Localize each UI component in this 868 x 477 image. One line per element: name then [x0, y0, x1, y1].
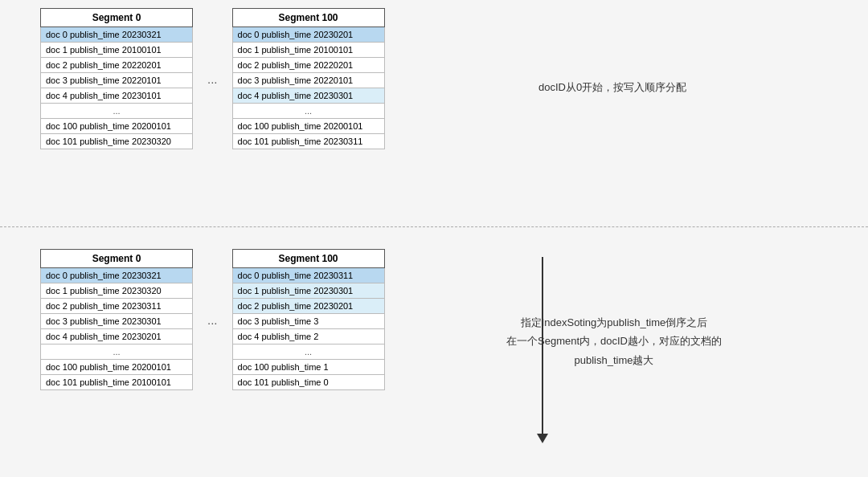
top-segment100-table: Segment 100 doc 0 publish_time 20230201d…: [232, 8, 385, 149]
table-row: doc 0 publish_time 20230201: [232, 27, 384, 43]
top-segment0-table-container: Segment 0 doc 0 publish_time 20230321doc…: [40, 8, 193, 149]
bottom-segment100-table-container: Segment 100 doc 0 publish_time 20230311d…: [232, 249, 385, 390]
bottom-segment0-table-container: Segment 0 doc 0 publish_time 20230321doc…: [40, 249, 193, 390]
table-row: doc 1 publish_time 20230320: [41, 283, 193, 299]
table-row: doc 0 publish_time 20230321: [41, 268, 193, 283]
table-row: ...: [232, 104, 384, 119]
table-row: doc 0 publish_time 20230321: [41, 27, 193, 43]
table-row: doc 4 publish_time 20230301: [232, 88, 384, 104]
arrow-line: [542, 257, 543, 434]
top-section: Segment 0 doc 0 publish_time 20230321doc…: [40, 8, 828, 221]
table-row: doc 4 publish_time 20230201: [41, 329, 193, 344]
bottom-segment100-table: Segment 100 doc 0 publish_time 20230311d…: [232, 249, 385, 390]
table-row: ...: [41, 344, 193, 360]
table-row: doc 3 publish_time 20220101: [232, 73, 384, 88]
main-container: Segment 0 doc 0 publish_time 20230321doc…: [0, 0, 868, 477]
table-row: ...: [232, 344, 384, 360]
bottom-ellipsis: ...: [193, 313, 232, 327]
table-row: doc 1 publish_time 20100101: [41, 43, 193, 58]
table-row: doc 2 publish_time 20220201: [232, 58, 384, 73]
top-seg100-header: Segment 100: [232, 9, 384, 27]
table-row: doc 4 publish_time 20230101: [41, 88, 193, 104]
table-row: doc 101 publish_time 20230311: [232, 134, 384, 149]
table-row: doc 3 publish_time 3: [232, 314, 384, 329]
table-row: doc 1 publish_time 20230301: [232, 283, 384, 299]
table-row: doc 0 publish_time 20230311: [232, 268, 384, 283]
table-row: doc 100 publish_time 20200101: [41, 360, 193, 375]
table-row: doc 100 publish_time 20200101: [41, 119, 193, 134]
table-row: doc 3 publish_time 20220101: [41, 73, 193, 88]
table-row: doc 101 publish_time 0: [232, 375, 384, 390]
bottom-section: Segment 0 doc 0 publish_time 20230321doc…: [40, 249, 828, 462]
sort-arrow: [537, 257, 548, 443]
arrow-head: [537, 434, 548, 443]
table-row: doc 1 publish_time 20100101: [232, 43, 384, 58]
table-row: doc 101 publish_time 20230320: [41, 134, 193, 149]
top-annotation: docID从0开始，按写入顺序分配: [538, 80, 686, 95]
table-row: doc 2 publish_time 20230311: [41, 299, 193, 314]
table-row: doc 3 publish_time 20230301: [41, 314, 193, 329]
bottom-seg0-header: Segment 0: [41, 250, 193, 268]
section-divider: [0, 226, 868, 227]
bottom-seg100-header: Segment 100: [232, 250, 384, 268]
table-row: ...: [41, 104, 193, 119]
top-segment0-table: Segment 0 doc 0 publish_time 20230321doc…: [40, 8, 193, 149]
top-segment100-table-container: Segment 100 doc 0 publish_time 20230201d…: [232, 8, 385, 149]
top-tables-row: Segment 0 doc 0 publish_time 20230321doc…: [40, 8, 828, 149]
top-ellipsis: ...: [193, 72, 232, 86]
table-row: doc 100 publish_time 1: [232, 360, 384, 375]
table-row: doc 100 publish_time 20200101: [232, 119, 384, 134]
table-row: doc 101 publish_time 20100101: [41, 375, 193, 390]
table-row: doc 4 publish_time 2: [232, 329, 384, 344]
bottom-tables-row: Segment 0 doc 0 publish_time 20230321doc…: [40, 249, 828, 390]
bottom-segment0-table: Segment 0 doc 0 publish_time 20230321doc…: [40, 249, 193, 390]
table-row: doc 2 publish_time 20230201: [232, 299, 384, 314]
table-row: doc 2 publish_time 20220201: [41, 58, 193, 73]
top-seg0-header: Segment 0: [41, 9, 193, 27]
